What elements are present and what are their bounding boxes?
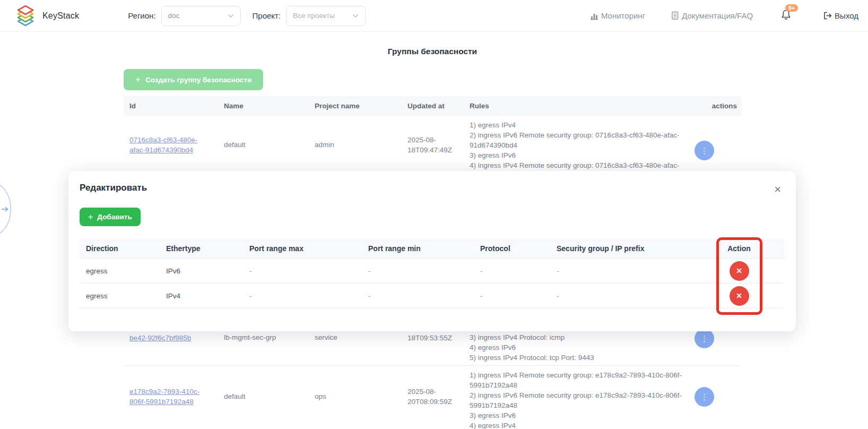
rule-direction: egress (80, 267, 166, 275)
notifications-bell[interactable]: 9+ (780, 9, 792, 23)
row-actions-button[interactable]: ⋮ (695, 141, 714, 160)
table-row: e178c9a2-7893-410c-806f-5991b7192a48 def… (124, 366, 741, 429)
table-header-row: Id Name Project name Updated at Rules ac… (124, 96, 741, 116)
dots-icon: ⋮ (700, 334, 708, 344)
plus-icon: + (135, 74, 141, 85)
chevron-down-icon (352, 14, 359, 18)
delete-rule-button[interactable]: ✕ (730, 261, 749, 281)
rule-ethertype: IPv6 (166, 267, 249, 275)
rule-security-group: - (557, 267, 705, 275)
add-rule-button[interactable]: + Добавить (80, 208, 141, 226)
rule-protocol: - (480, 267, 557, 275)
project-select[interactable]: Все проекты (286, 6, 366, 26)
brand: KeyStack (16, 5, 79, 27)
column-header-rules: Rules (470, 102, 695, 110)
group-name: lb-mgmt-sec-grp (224, 333, 276, 341)
project-name: service (315, 333, 337, 341)
group-name: default (224, 392, 246, 400)
brand-name: KeyStack (42, 11, 79, 21)
keystack-logo-icon (16, 5, 35, 27)
rule-row: egress IPv6 - - - - ✕ (80, 259, 785, 284)
rules-table: Direction Ethertype Port range max Port … (80, 239, 785, 308)
rule-ethertype: IPv4 (166, 292, 249, 300)
project-name: admin (315, 141, 334, 149)
column-header-name: Name (224, 102, 315, 110)
dots-icon: ⋮ (700, 146, 708, 156)
rule-protocol: - (480, 292, 557, 300)
column-header-actions: actions (695, 102, 741, 110)
column-header-port-max: Port range max (249, 244, 368, 253)
rules-list: 1) ingress IPv4 Remote security group: e… (470, 370, 695, 429)
updated-at: 2025-08-20T08:09:59Z (407, 387, 461, 407)
updated-at: 2025-08-18T09:47:49Z (407, 135, 461, 155)
nav-docs-label: Документация/FAQ (682, 11, 753, 20)
bar-chart-icon (590, 12, 598, 20)
rules-table-header: Direction Ethertype Port range max Port … (80, 239, 785, 259)
security-group-id-link[interactable]: e178c9a2-7893-410c-806f-5991b7192a48 (129, 387, 209, 407)
nav-monitoring[interactable]: Мониторинг (590, 11, 645, 20)
logout-label: Выход (835, 11, 858, 20)
project-label: Проект: (253, 11, 281, 20)
plus-icon: + (88, 212, 93, 222)
table-row: 0716c8a3-cf63-480e-afac-91d674390bd4 def… (124, 116, 741, 174)
rule-port-max: - (249, 267, 368, 275)
chevron-down-icon (228, 14, 234, 18)
rule-direction: egress (80, 292, 166, 300)
region-select-value: doc (168, 12, 180, 20)
rule-security-group: - (557, 292, 705, 300)
add-rule-label: Добавить (97, 213, 132, 221)
logout-button[interactable]: Выход (822, 11, 858, 21)
rules-list: 3) ingress IPv4 Protocol: icmp 4) egress… (470, 332, 695, 363)
modal-title: Редактировать (80, 183, 147, 193)
rule-port-min: - (368, 267, 480, 275)
rule-port-max: - (249, 292, 368, 300)
group-name: default (224, 141, 246, 149)
row-actions-button[interactable]: ⋮ (695, 387, 714, 407)
column-header-security-group: Security group / IP prefix (557, 244, 705, 253)
delete-rule-button[interactable]: ✕ (730, 286, 749, 306)
project-select-value: Все проекты (293, 12, 335, 20)
column-header-project: Project name (315, 102, 407, 110)
column-header-direction: Direction (80, 244, 166, 253)
region-field: Регион: doc (128, 6, 240, 26)
dots-icon: ⋮ (700, 392, 708, 402)
region-select[interactable]: doc (161, 6, 241, 26)
close-icon: × (774, 183, 781, 196)
rule-row: egress IPv4 - - - - ✕ (80, 284, 785, 308)
project-name: ops (315, 392, 326, 400)
cross-icon: ✕ (736, 291, 742, 300)
column-header-id: Id (124, 102, 224, 110)
nav-docs-faq[interactable]: Документация/FAQ (671, 11, 753, 20)
column-header-action: Action (705, 244, 785, 253)
page-title: Группы безопасности (124, 47, 741, 56)
edit-rules-modal: Редактировать × + Добавить Direction Eth… (68, 171, 796, 331)
document-icon (671, 11, 679, 20)
column-header-protocol: Protocol (480, 244, 557, 253)
security-group-id-link[interactable]: 0716c8a3-cf63-480e-afac-91d674390bd4 (129, 135, 209, 155)
project-field: Проект: Все проекты (253, 6, 366, 26)
modal-close-button[interactable]: × (773, 183, 782, 196)
column-header-updated: Updated at (407, 102, 470, 110)
left-drawer-handle[interactable] (0, 183, 14, 237)
row-actions-button[interactable]: ⋮ (695, 329, 714, 348)
notifications-count-badge: 9+ (785, 4, 798, 12)
column-header-port-min: Port range min (368, 244, 480, 253)
logout-icon (822, 11, 832, 21)
nav-monitoring-label: Мониторинг (601, 11, 645, 20)
create-security-group-button[interactable]: + Создать группу безопасности (124, 69, 263, 90)
rule-port-min: - (368, 292, 480, 300)
top-bar: KeyStack Регион: doc Проект: Все проекты (0, 0, 868, 32)
create-security-group-label: Создать группу безопасности (145, 76, 251, 84)
region-label: Регион: (128, 11, 155, 20)
column-header-ethertype: Ethertype (166, 244, 249, 253)
cross-icon: ✕ (736, 267, 742, 275)
